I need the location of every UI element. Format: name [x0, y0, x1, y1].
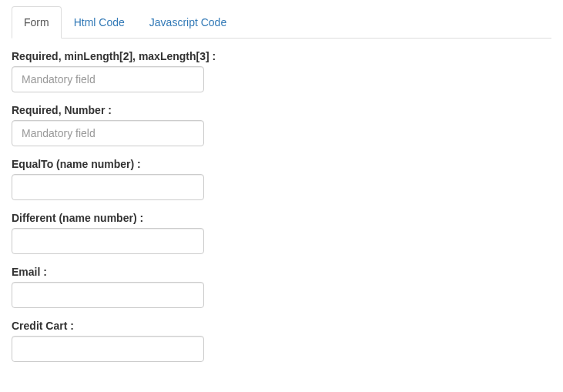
input-required-minmax[interactable] [12, 66, 204, 92]
form-group-email: Email : [12, 266, 551, 308]
form-group-required-minmax: Required, minLength[2], maxLength[3] : [12, 50, 551, 92]
form-group-creditcard: Credit Cart : [12, 320, 551, 362]
form-group-required-number: Required, Number : [12, 104, 551, 146]
input-equalto[interactable] [12, 174, 204, 200]
input-different[interactable] [12, 228, 204, 254]
label-creditcard: Credit Cart : [12, 320, 551, 332]
input-creditcard[interactable] [12, 336, 204, 362]
label-required-minmax: Required, minLength[2], maxLength[3] : [12, 50, 551, 62]
input-required-number[interactable] [12, 120, 204, 146]
tab-form[interactable]: Form [12, 6, 62, 39]
form-group-different: Different (name number) : [12, 212, 551, 254]
tab-html-code[interactable]: Html Code [62, 6, 137, 39]
label-equalto: EqualTo (name number) : [12, 158, 551, 170]
tab-javascript-code[interactable]: Javascript Code [137, 6, 239, 39]
form-panel: Required, minLength[2], maxLength[3] : R… [0, 39, 563, 385]
label-required-number: Required, Number : [12, 104, 551, 116]
tabs-nav: Form Html Code Javascript Code [12, 6, 551, 39]
input-email[interactable] [12, 282, 204, 308]
label-different: Different (name number) : [12, 212, 551, 224]
form-group-equalto: EqualTo (name number) : [12, 158, 551, 200]
label-email: Email : [12, 266, 551, 278]
